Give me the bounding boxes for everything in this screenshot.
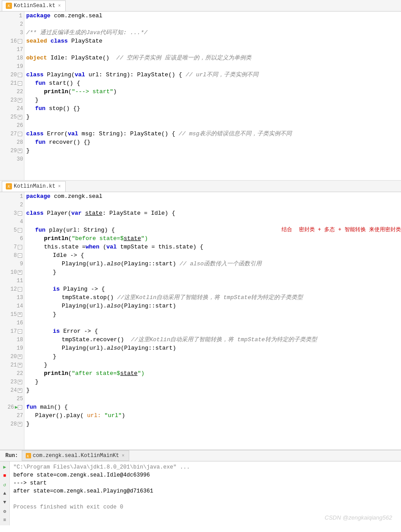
fold-icon[interactable]: +: [18, 98, 22, 102]
fold-icon[interactable]: +: [18, 312, 22, 317]
code-line: }: [26, 310, 401, 319]
gutter-line2-10: 10 +: [0, 268, 24, 276]
gutter-line2-20: 20 +: [0, 352, 24, 361]
gutter-line2-8: 8 -: [0, 251, 24, 260]
code-line: tmpState.stop() //这里Kotlin自动采用了智能转换，将 tm…: [26, 293, 401, 302]
code-line: [26, 121, 401, 130]
code-line: package com.zengk.seal: [26, 12, 401, 20]
code-line: }: [26, 420, 401, 428]
gutter-line-21: 21 -: [0, 79, 24, 87]
code-line: }: [26, 378, 401, 386]
fold-icon[interactable]: -: [18, 405, 22, 410]
fold-icon[interactable]: -: [18, 329, 22, 334]
gutter-line2-14: 14: [0, 302, 24, 310]
code-line: [26, 394, 401, 403]
fold-icon[interactable]: +: [18, 355, 22, 359]
run-tab-icon: K: [26, 453, 31, 458]
fold-icon[interactable]: -: [18, 211, 22, 216]
fold-icon[interactable]: -: [18, 245, 22, 249]
gutter-line2-19: 19: [0, 344, 24, 352]
editor1-code-lines: package com.zengk.seal /** 通过反编译生成的Java代…: [24, 12, 401, 180]
run-panel-tab[interactable]: K com.zengk.seal.KotlinMainKt ×: [22, 450, 129, 461]
code-line: class Player(var state: PlayState = Idle…: [26, 209, 401, 217]
fold-icon[interactable]: +: [18, 380, 22, 384]
editor2-code-area: 1 2 3 - 4 5 - 6 7 - 8: [0, 192, 401, 449]
tab2-close-icon[interactable]: ×: [58, 184, 61, 189]
code-line: }: [26, 361, 401, 369]
code-line: class Playing(val url: String): PlayStat…: [26, 71, 401, 79]
run-panel: "C:\Program Files\Java\jdk1.8.0_201\bin\…: [10, 461, 401, 525]
tab-kotlinmain[interactable]: K KotlinMain.kt ×: [2, 181, 66, 192]
run-output-line: Process finished with exit code 0: [13, 503, 397, 511]
gutter-line2-7: 7 -: [0, 243, 24, 251]
editor2-code-lines: package com.zengk.seal class Player(var …: [24, 192, 401, 449]
gutter-line-19: 19: [0, 62, 24, 71]
code-line: }: [26, 386, 401, 394]
gutter-line-24: 24: [0, 104, 24, 113]
gutter-line2-2: 2: [0, 201, 24, 209]
gutter-line2-27: 27: [0, 411, 24, 420]
fold-icon[interactable]: -: [18, 39, 22, 43]
run-output-line: [13, 495, 397, 503]
rerun-button[interactable]: ↺: [1, 481, 8, 488]
fold-icon[interactable]: -: [18, 81, 22, 86]
code-line: [26, 45, 401, 54]
kotlin-file-icon2: K: [6, 183, 12, 189]
gutter-line2-4: 4: [0, 217, 24, 226]
gutter-line2-11: 11: [0, 276, 24, 285]
fold-icon[interactable]: -: [18, 253, 22, 258]
stop-button[interactable]: ■: [1, 472, 8, 479]
code-line: package com.zengk.seal: [26, 192, 401, 201]
run-tab-close[interactable]: ×: [122, 453, 124, 458]
fold-icon[interactable]: -: [18, 228, 22, 233]
fold-icon[interactable]: -: [18, 287, 22, 292]
fold-icon[interactable]: -: [18, 73, 22, 77]
scroll-up-button[interactable]: ▲: [1, 490, 8, 497]
code-line: }: [26, 113, 401, 121]
gutter-line-20: 20 -: [0, 71, 24, 79]
code-line: }: [26, 146, 401, 155]
run-panel-tab-bar: Run: K com.zengk.seal.KotlinMainKt ×: [0, 450, 401, 461]
code-line: /** 通过反编译生成的Java代码可知: ...*/: [26, 28, 401, 37]
code-line: [26, 319, 401, 327]
code-line: println("---> start"): [26, 87, 401, 96]
gutter-line2-26: 26 ▶ -: [0, 403, 24, 411]
watermark: CSDN @zengkaiqiang562: [325, 514, 392, 521]
fold-icon[interactable]: +: [18, 388, 22, 393]
run-output-line: before state=com.zengk.seal.Idle@4dc6399…: [13, 471, 397, 479]
filter-button[interactable]: ≡: [1, 516, 8, 524]
code-line: fun start() {: [26, 79, 401, 87]
code-line: Idle -> {: [26, 251, 401, 260]
fold-icon[interactable]: +: [18, 149, 22, 153]
run-icon[interactable]: ▶: [15, 404, 18, 410]
scroll-down-button[interactable]: ▼: [1, 499, 8, 506]
fold-icon[interactable]: +: [18, 363, 22, 367]
run-panel-with-sidebar: ▶ ■ ↺ ▲ ▼ ⚙ ≡ "C:\Program Files\Java\jdk…: [0, 461, 401, 525]
gutter-line-28: 28: [0, 138, 24, 146]
code-line: }: [26, 96, 401, 104]
fold-icon[interactable]: -: [18, 132, 22, 136]
gutter-line2-5: 5 -: [0, 226, 24, 234]
tab-close-icon[interactable]: ×: [58, 4, 61, 8]
gutter-line2-23: 23 +: [0, 378, 24, 386]
editor2-tab-bar: K KotlinMain.kt ×: [0, 181, 401, 192]
tab2-label: KotlinMain.kt: [14, 183, 56, 189]
gutter-line-17: 17: [0, 45, 24, 54]
code-line: [26, 276, 401, 285]
code-line: this.state = when (val tmpState = this.s…: [26, 243, 401, 251]
settings-button[interactable]: ⚙: [1, 508, 8, 515]
run-button[interactable]: ▶: [1, 463, 8, 470]
code-line: sealed class PlayState: [26, 37, 401, 45]
fold-icon[interactable]: +: [18, 422, 22, 426]
tab-kotlinseal[interactable]: K KotlinSeal.kt ×: [2, 0, 66, 11]
gutter-line-29: 29 +: [0, 146, 24, 155]
code-line: fun play(url: String) { 结合 密封类 + 多态 + 智能…: [26, 226, 401, 234]
code-line: [26, 20, 401, 28]
fold-icon[interactable]: +: [18, 115, 22, 119]
code-line: Playing(url).also(Playing::start): [26, 302, 401, 310]
gutter-line-26: 26: [0, 121, 24, 130]
fold-icon[interactable]: +: [18, 270, 22, 275]
code-line: Player().play( url: "url"): [26, 411, 401, 420]
run-panel-container: ▶ ■ ↺ ▲ ▼ ⚙ ≡ "C:\Program Files\Java\jdk…: [0, 461, 401, 528]
svg-text:K: K: [26, 454, 30, 458]
